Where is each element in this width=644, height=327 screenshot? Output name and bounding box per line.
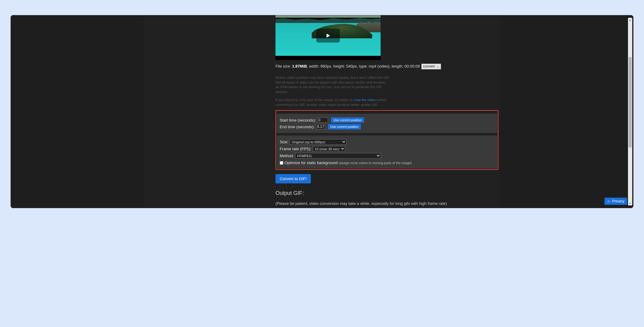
scroll-down-icon[interactable]: ▾ — [628, 201, 632, 205]
fps-select[interactable]: 10 (max 30 seconds) — [313, 146, 345, 152]
optimize-static-hint: (assign more colors to moving parts of t… — [339, 161, 412, 165]
privacy-label: Privacy — [612, 199, 624, 203]
gear-icon — [607, 199, 610, 203]
scroll-thumb[interactable] — [629, 57, 632, 148]
file-size-value: 1.87MiB — [292, 64, 307, 68]
optimize-static-label: Optimize for static background — [285, 160, 338, 165]
privacy-button[interactable]: Privacy — [604, 198, 627, 205]
end-time-label: End time (seconds): — [280, 125, 315, 129]
output-heading: Output GIF: — [275, 190, 498, 196]
video-preview[interactable] — [275, 15, 381, 60]
convert-small-button[interactable]: convert — [421, 64, 441, 69]
download-icon — [436, 65, 440, 68]
use-current-start-button[interactable]: Use current position — [331, 117, 364, 123]
file-meta-text: , width: 960px, height: 540px, type: mp4… — [307, 64, 420, 68]
method-select[interactable]: FFMPEG — [295, 153, 381, 159]
app-window: File size: 1.87MiB, width: 960px, height… — [11, 15, 633, 208]
start-time-input[interactable] — [317, 117, 328, 123]
fps-label: Frame rate (FPS): — [280, 147, 311, 151]
play-button[interactable] — [316, 29, 340, 43]
size-label: Size: — [280, 140, 288, 144]
method-label: Method: — [280, 154, 294, 158]
page-content: File size: 1.87MiB, width: 960px, height… — [144, 15, 500, 208]
crop-video-link[interactable]: crop the video — [354, 98, 375, 102]
size-select[interactable]: Original (up to 600px) — [290, 139, 346, 145]
play-icon — [325, 33, 331, 39]
convert-to-gif-button[interactable]: Convert to GIF! — [275, 174, 311, 183]
preview-notice: Notice: video preview may have reduced q… — [275, 75, 498, 107]
end-time-input[interactable] — [316, 124, 325, 129]
file-size-label: File size: — [275, 64, 291, 68]
scroll-up-icon[interactable]: ▴ — [628, 18, 632, 22]
options-panel: Size: Original (up to 600px) Frame rate … — [277, 135, 497, 169]
use-current-end-button[interactable]: Use current position — [328, 124, 361, 129]
output-note: (Please be patient, video conversion may… — [275, 201, 498, 206]
file-info: File size: 1.87MiB, width: 960px, height… — [275, 64, 498, 69]
vertical-scrollbar[interactable]: ▴ ▾ — [628, 18, 632, 205]
start-time-label: Start time (seconds): — [280, 118, 316, 122]
optimize-static-checkbox[interactable] — [280, 161, 283, 165]
settings-highlight: Start time (seconds): Use current positi… — [275, 110, 498, 170]
time-panel: Start time (seconds): Use current positi… — [277, 114, 497, 133]
svg-point-0 — [608, 201, 609, 202]
